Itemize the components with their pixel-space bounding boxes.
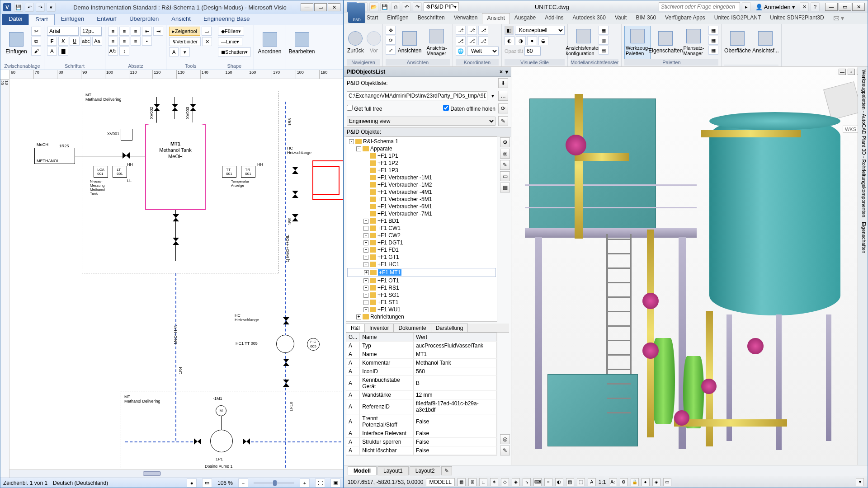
st-customize-icon[interactable]: ▾ (856, 478, 864, 486)
visual-style-select[interactable]: Konzeptuell (515, 26, 565, 35)
tree-item[interactable]: +F1 1P3 (347, 167, 496, 174)
tab-ansicht[interactable]: Ansicht (165, 14, 197, 25)
pid-view-select[interactable]: Engineering view (347, 117, 495, 126)
tree-tool-4-icon[interactable]: ▭ (500, 171, 510, 181)
tree-item[interactable]: ++F1 BD1 (347, 217, 496, 225)
table-row[interactable]: AIconID560 (346, 367, 497, 376)
tab-add-icon[interactable]: ✎ (441, 466, 452, 475)
status-scale[interactable]: 1:1 (599, 479, 606, 485)
tool-palettes-button[interactable]: Werkzeug- Paletten (624, 26, 651, 59)
expand-icon[interactable]: + (363, 286, 368, 291)
tree-item[interactable]: +Rohrleitungen (347, 313, 496, 320)
pan-icon[interactable]: ✥ (386, 26, 396, 35)
table-row[interactable]: AReferenzIDf4edfaf8-17ed-401c-b29a-a3e1b… (346, 399, 497, 414)
orbit-icon[interactable]: ⟳ (386, 36, 396, 45)
pal3-icon[interactable]: ▦ (708, 46, 718, 55)
prop-tool-2-icon[interactable]: ✎ (500, 446, 510, 455)
pid-browse-icon[interactable]: … (498, 91, 508, 101)
pal1-icon[interactable]: ▦ (708, 26, 718, 35)
nav-back-button[interactable]: Zurück (347, 26, 364, 59)
expand-icon[interactable]: + (363, 262, 368, 267)
instr-fic[interactable]: FIC 005 (307, 338, 320, 351)
status-space[interactable]: MODELL (426, 478, 454, 486)
page-width-icon[interactable]: ▭ (202, 479, 212, 488)
vs4-icon[interactable]: ◒ (538, 36, 548, 45)
fill-button[interactable]: ◆ Füllen ▾ (218, 27, 244, 36)
acad-max-button[interactable]: ▭ (839, 3, 851, 11)
expand-icon[interactable]: + (363, 293, 368, 298)
ucs2-icon[interactable]: ⎇ (467, 26, 477, 35)
bullets-icon[interactable]: • (142, 37, 152, 46)
tree-tool-1-icon[interactable]: ⚙ (500, 137, 510, 147)
interface-button[interactable]: Oberfläche (724, 26, 750, 59)
tab-engineering-base[interactable]: Engineering Base (197, 14, 256, 25)
redo-icon[interactable]: ↷ (36, 3, 45, 12)
table-row[interactable]: ATypaucProcessFluidVasselTank (346, 342, 497, 350)
pointer-tool[interactable]: ▸ Zeigertool (169, 27, 200, 36)
tab-datei[interactable]: Datei (2, 14, 28, 25)
table-row[interactable]: AWandstärke12 mm (346, 391, 497, 399)
atab-verwalten[interactable]: Verwalten (449, 13, 482, 24)
prop-tool-1-icon[interactable]: ◎ (500, 434, 510, 444)
visio-titlebar[interactable]: V 💾 ↶ ↷ ▾ Demo Instrumentation Standard … (0, 0, 343, 14)
st-hw-icon[interactable]: ● (642, 478, 650, 486)
vessel-mt1[interactable]: MT1 Methanol Tank MeOH (145, 124, 206, 210)
drawing-canvas[interactable]: MT Methanol Delivering XV002 XV003 MT1 M… (9, 79, 343, 468)
st-ws-icon[interactable]: ⚙ (620, 478, 628, 486)
pump-valve-in[interactable] (194, 438, 201, 445)
pipe-1[interactable] (575, 94, 583, 239)
expand-icon[interactable]: + (363, 248, 368, 253)
st-lock-icon[interactable]: 🔒 (631, 478, 639, 486)
exchange-icon[interactable]: ✕ (800, 2, 809, 11)
hc-hx[interactable] (276, 335, 294, 353)
pid-view-go-icon[interactable]: ✎ (498, 116, 508, 126)
atab-iso2plant[interactable]: Unitec ISO2PLANT (710, 13, 765, 24)
rotate-text-icon[interactable]: A↻ (108, 47, 118, 56)
tree-item[interactable]: +F1 Verbraucher -1M2 (347, 181, 496, 188)
tab-start[interactable]: Start (28, 14, 54, 25)
tab-entwurf[interactable]: Entwurf (90, 14, 123, 25)
font-grow-icon[interactable]: Aa (92, 37, 102, 46)
hc2-valve-2[interactable] (283, 359, 289, 366)
tree-item[interactable]: ++F1 GT1 (347, 253, 496, 261)
table-row[interactable]: AStruktur sperrenFalse (346, 438, 497, 446)
pipe-5[interactable] (674, 419, 787, 427)
pid-tree[interactable]: -R&I-Schema 1-Apparate+F1 1P1+F1 1P2+F1 … (346, 136, 497, 322)
views-manager-button[interactable]: Ansichts- Manager (424, 26, 450, 59)
pid-path-field[interactable] (347, 91, 487, 100)
align-center-icon[interactable]: ≡ (119, 37, 129, 46)
tree-item[interactable]: +F1 1P2 (347, 160, 496, 167)
tree-tool-5-icon[interactable]: ▦ (500, 183, 510, 192)
zoom-icon[interactable]: ⤢ (386, 46, 396, 55)
tab-modell[interactable]: Modell (348, 466, 377, 475)
st-otrack-icon[interactable]: ↘ (523, 478, 531, 486)
table-row[interactable]: AInterface RelevantFalse (346, 429, 497, 438)
ucs6-icon[interactable]: ⎇ (478, 36, 488, 45)
align-right-icon[interactable]: ≡ (131, 37, 141, 46)
indent-dec-icon[interactable]: ⇤ (142, 27, 152, 36)
tab-einfuegen[interactable]: Einfügen (55, 14, 90, 25)
save-icon[interactable]: 💾 (14, 3, 23, 12)
atab-ausgabe[interactable]: Ausgabe (510, 13, 540, 24)
hc-valve-1[interactable] (292, 167, 298, 174)
connector-x-icon[interactable]: ✕ (202, 37, 212, 46)
connector-tool[interactable]: ↯ Verbinder (169, 37, 201, 46)
instr-tt[interactable]: TT 001 (222, 166, 236, 178)
world-icon[interactable]: 🌐 (456, 47, 466, 56)
help-search[interactable] (659, 2, 740, 11)
tree-item[interactable]: ++F1 FD1 (347, 246, 496, 253)
property-grid[interactable]: G...NameWertATypaucProcessFluidVasselTan… (346, 333, 497, 455)
cut-icon[interactable]: ✂ (31, 27, 41, 36)
ptab-docs[interactable]: Dokumente (393, 324, 431, 332)
st-qp-icon[interactable]: ▤ (566, 478, 574, 486)
pid-panel-opts-icon[interactable]: ▾ (505, 69, 508, 75)
motor-1m1[interactable]: M (216, 405, 226, 416)
vs1-icon[interactable]: ◐ (505, 36, 514, 45)
acad-close-button[interactable]: ✕ (852, 3, 865, 11)
highlight-icon[interactable]: ▇ (58, 47, 68, 56)
viewport-config-button[interactable]: Ansichtsfenster- konfiguration (571, 26, 597, 59)
plot-icon[interactable]: ⎙ (391, 2, 400, 11)
format-painter-icon[interactable]: 🖌 (31, 47, 41, 56)
atab-einfuegen[interactable]: Einfügen (382, 13, 413, 24)
undo-icon[interactable]: ↶ (25, 3, 34, 12)
